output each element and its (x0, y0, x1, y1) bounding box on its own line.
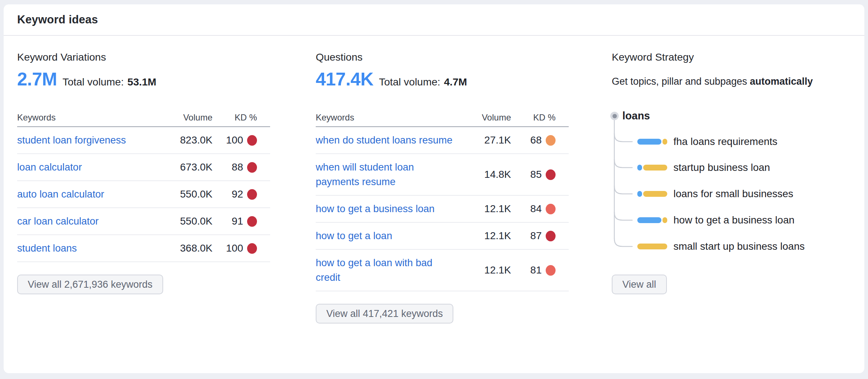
table-row: when will student loan payments resume 1… (316, 154, 569, 196)
questions-count: 417.4K (316, 69, 373, 90)
questions-heading: Questions (316, 51, 362, 63)
questions-table: Keywords Volume KD % when do student loa… (316, 109, 569, 291)
kd-value: 92 (232, 188, 243, 200)
volume-value: 550.0K (161, 215, 212, 227)
kd-value: 88 (232, 161, 243, 173)
kd-indicator-dot (546, 204, 556, 214)
keyword-strategy-column: Keyword Strategy Get topics, pillar and … (612, 37, 864, 374)
tree-item: loans for small businesses (637, 188, 793, 200)
column-header-keywords: Keywords (17, 112, 161, 123)
kd-cell: 100 (212, 134, 270, 146)
kd-value: 87 (530, 230, 542, 242)
volume-value: 12.1K (460, 264, 511, 276)
tree-item-label: fha loans requirements (673, 136, 777, 148)
strategy-tree: loans fha loans requirements startup bus… (612, 108, 864, 261)
keyword-link[interactable]: how to get a loan with bad credit (316, 256, 460, 285)
keyword-ideas-card: Keyword ideas Keyword Variations 2.7M To… (4, 4, 864, 373)
questions-total-volume-label: Total volume: (379, 76, 440, 88)
keyword-link[interactable]: car loan calculator (17, 214, 161, 229)
kd-cell: 81 (511, 264, 569, 276)
kd-indicator-dot (247, 162, 257, 173)
tree-root-label: loans (622, 110, 650, 122)
kd-cell: 88 (212, 161, 270, 173)
topic-pill (637, 139, 667, 145)
pill-segment (637, 191, 642, 197)
questions-stat-line: 417.4K Total volume: 4.7M (316, 69, 467, 90)
strategy-subtitle-text: Get topics, pillar and subpages (612, 76, 750, 87)
variations-heading: Keyword Variations (17, 51, 106, 63)
variations-table-body: student loan forgiveness 823.0K 100 loan… (17, 127, 270, 262)
kd-indicator-dot (247, 216, 257, 227)
column-header-kd: KD % (511, 112, 569, 123)
kd-value: 68 (530, 134, 542, 146)
root-node-bullet-core (612, 114, 617, 118)
kd-value: 100 (226, 134, 243, 146)
table-row: how to get a loan with bad credit 12.1K … (316, 250, 569, 291)
pill-segment (643, 165, 667, 171)
table-row: loan calculator 673.0K 88 (17, 154, 270, 181)
questions-table-header: Keywords Volume KD % (316, 109, 569, 127)
volume-value: 12.1K (460, 230, 511, 242)
keyword-link[interactable]: student loans (17, 241, 161, 256)
kd-cell: 87 (511, 230, 569, 242)
page-title: Keyword ideas (17, 13, 98, 26)
kd-value: 91 (232, 215, 243, 227)
keyword-link[interactable]: auto loan calculator (17, 187, 161, 202)
column-header-kd: KD % (212, 112, 270, 123)
table-row: auto loan calculator 550.0K 92 (17, 181, 270, 208)
volume-value: 550.0K (161, 188, 212, 200)
pill-segment (662, 139, 667, 145)
tree-connector-lines (612, 108, 637, 257)
column-header-volume: Volume (460, 112, 511, 123)
tree-item-label: small start up business loans (673, 241, 805, 252)
keyword-link[interactable]: when will student loan payments resume (316, 160, 460, 189)
tree-root-item: loans (622, 108, 650, 123)
variations-total-volume-label: Total volume: (62, 76, 124, 88)
pill-segment (643, 191, 667, 197)
table-row: when do student loans resume 27.1K 68 (316, 127, 569, 154)
variations-stat-line: 2.7M Total volume: 53.1M (17, 69, 156, 90)
kd-cell: 68 (511, 134, 569, 146)
kd-indicator-dot (546, 231, 556, 241)
keyword-link[interactable]: loan calculator (17, 160, 161, 175)
strategy-heading: Keyword Strategy (612, 51, 694, 63)
tree-item: fha loans requirements (637, 136, 777, 148)
volume-value: 823.0K (161, 134, 212, 146)
column-header-keywords: Keywords (316, 112, 460, 123)
tree-item: startup business loan (637, 162, 770, 173)
kd-value: 81 (530, 264, 542, 276)
kd-value: 84 (530, 203, 542, 215)
view-all-questions-button[interactable]: View all 417,421 keywords (316, 304, 453, 324)
kd-indicator-dot (247, 189, 257, 200)
questions-column: Questions 417.4K Total volume: 4.7M Keyw… (316, 37, 569, 374)
tree-item-label: loans for small businesses (673, 188, 793, 200)
volume-value: 368.0K (161, 242, 212, 254)
kd-value: 85 (530, 169, 542, 180)
topic-pill (637, 191, 667, 197)
variations-count: 2.7M (17, 69, 57, 90)
keyword-link[interactable]: student loan forgiveness (17, 133, 161, 148)
table-row: car loan calculator 550.0K 91 (17, 208, 270, 235)
kd-cell: 100 (212, 242, 270, 254)
kd-indicator-dot (546, 265, 556, 276)
keyword-link[interactable]: when do student loans resume (316, 133, 460, 148)
table-row: how to get a business loan 12.1K 84 (316, 196, 569, 223)
root-node-bullet-icon (610, 112, 619, 120)
kd-indicator-dot (546, 169, 556, 180)
column-header-volume: Volume (161, 112, 212, 123)
keyword-link[interactable]: how to get a business loan (316, 202, 460, 216)
keyword-link[interactable]: how to get a loan (316, 229, 460, 243)
pill-segment (637, 139, 661, 145)
kd-indicator-dot (546, 135, 556, 146)
keyword-variations-column: Keyword Variations 2.7M Total volume: 53… (17, 37, 270, 374)
tree-item-label: how to get a business loan (673, 214, 795, 226)
topic-pill (637, 165, 667, 171)
view-all-variations-button[interactable]: View all 2,671,936 keywords (17, 275, 163, 294)
questions-table-body: when do student loans resume 27.1K 68 wh… (316, 127, 569, 291)
tree-item-label: startup business loan (673, 162, 770, 173)
view-all-strategy-button[interactable]: View all (612, 275, 667, 294)
kd-value: 100 (226, 242, 243, 254)
card-header: Keyword ideas (4, 4, 864, 36)
kd-cell: 91 (212, 215, 270, 227)
variations-table: Keywords Volume KD % student loan forgiv… (17, 109, 270, 262)
